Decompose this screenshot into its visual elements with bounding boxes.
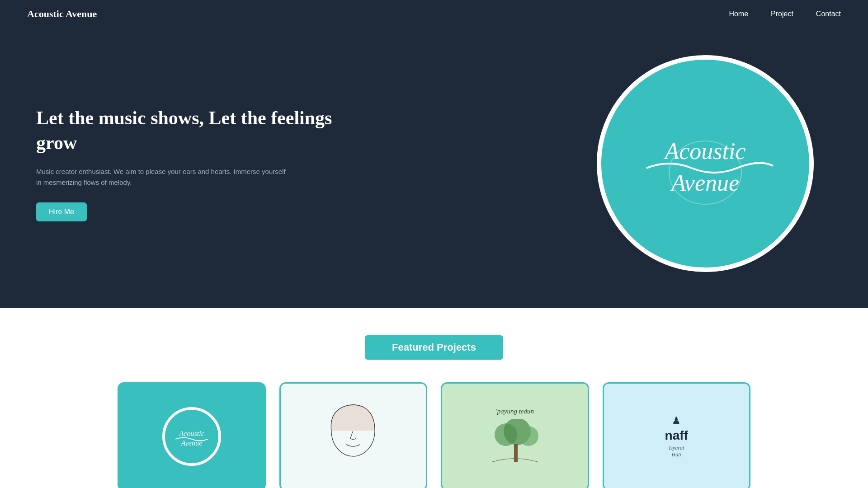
naff-subtitle: IsyaratHati: [669, 445, 684, 458]
project-card-1[interactable]: Acoustic Avenue: [118, 382, 266, 488]
svg-text:Acoustic: Acoustic: [179, 429, 205, 437]
hero-section: Acoustic Avenue Home Project Contact Let…: [0, 0, 868, 308]
hero-logo-circle: Acoustic Avenue: [597, 55, 814, 272]
project-card-2[interactable]: [279, 382, 428, 488]
face-sketch-svg: [321, 400, 385, 473]
hero-text-block: Let the music shows, Let the feelings gr…: [36, 106, 353, 221]
svg-text:Avenue: Avenue: [180, 439, 202, 447]
payung-teduh-label: 'payung tedun: [483, 403, 547, 470]
nav-project[interactable]: Project: [771, 10, 793, 18]
project-card-1-logo: Acoustic Avenue: [162, 407, 221, 466]
navbar: Acoustic Avenue Home Project Contact: [0, 0, 868, 28]
featured-projects-label: Featured Projects: [365, 335, 503, 360]
nav-home[interactable]: Home: [729, 10, 748, 18]
card-logo-svg: Acoustic Avenue: [171, 424, 212, 449]
projects-grid: Acoustic Avenue: [118, 382, 750, 488]
hero-content: Let the music shows, Let the feelings gr…: [0, 28, 868, 308]
project-card-4[interactable]: ♟ naff IsyaratHati: [603, 382, 751, 488]
acoustic-avenue-logo-svg: Acoustic Avenue: [619, 114, 791, 213]
project-card-3[interactable]: 'payung tedun: [441, 382, 589, 488]
site-logo: Acoustic Avenue: [27, 8, 97, 20]
hero-logo-container: Acoustic Avenue: [597, 55, 814, 272]
hire-me-button[interactable]: Hire Me: [36, 202, 87, 221]
svg-point-8: [519, 426, 538, 446]
naff-title: naff: [665, 428, 688, 443]
svg-text:Acoustic: Acoustic: [663, 138, 745, 164]
hero-headline: Let the music shows, Let the feelings gr…: [36, 106, 353, 155]
naff-content: ♟ naff IsyaratHati: [659, 408, 694, 465]
svg-rect-9: [514, 444, 518, 462]
hero-subtext: Music creator enthusiast. We aim to plea…: [36, 166, 289, 188]
payung-teduh-content: 'payung tedun: [476, 396, 554, 478]
payung-teduh-art: [488, 419, 542, 464]
featured-badge: Featured Projects: [27, 335, 841, 360]
nav-contact[interactable]: Contact: [816, 10, 841, 18]
nav-links: Home Project Contact: [729, 10, 841, 18]
naff-inner: ♟ naff IsyaratHati: [665, 415, 688, 458]
svg-text:Avenue: Avenue: [670, 170, 739, 196]
projects-section: Featured Projects Acoustic Avenue: [0, 308, 868, 488]
